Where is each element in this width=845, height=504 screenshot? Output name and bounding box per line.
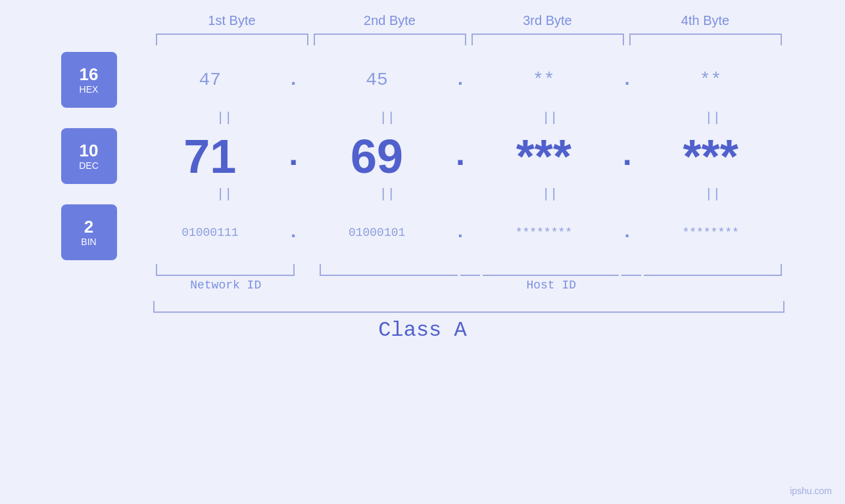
full-bracket <box>153 301 785 313</box>
hex-dot-3: . <box>617 70 637 90</box>
dec-badge: 10 DEC <box>61 128 117 184</box>
bottom-brackets <box>153 264 785 276</box>
network-id-label: Network ID <box>153 279 299 292</box>
bin-dot-2: . <box>450 222 470 242</box>
dec-dot-2: . <box>450 137 470 175</box>
bin-val-4: ******** <box>637 226 785 239</box>
dec-val-2: 69 <box>303 133 450 180</box>
hex-badge: 16 HEX <box>61 52 117 108</box>
eq-2: || <box>316 108 459 128</box>
top-bracket-4 <box>629 34 782 45</box>
top-bracket-1 <box>156 34 308 45</box>
byte-header-3: 3rd Byte <box>469 13 627 28</box>
equals-row-2: || || || || <box>153 184 785 204</box>
dec-val-4: *** <box>637 133 785 180</box>
bin-val-2: 01000101 <box>303 226 450 239</box>
full-bracket-container <box>153 301 785 313</box>
bin-badge: 2 BIN <box>61 204 117 260</box>
eq-1: || <box>153 108 297 128</box>
dec-badge-num: 10 <box>80 142 99 159</box>
hex-val-2: 45 <box>303 70 450 90</box>
host-bracket-left <box>320 264 458 276</box>
class-label: Class A <box>61 318 785 342</box>
bin-badge-num: 2 <box>84 218 93 235</box>
hex-val-3: ** <box>470 70 617 90</box>
eq2-1: || <box>153 184 297 204</box>
byte-header-4: 4th Byte <box>627 13 785 28</box>
hex-val-1: 47 <box>137 70 284 90</box>
bin-val-3: ******** <box>470 226 617 239</box>
hex-val-4: ** <box>637 70 785 90</box>
bin-badge-label: BIN <box>81 237 96 247</box>
byte-header-1: 1st Byte <box>153 13 311 28</box>
host-bracket-dot2 <box>621 264 641 276</box>
dec-values: 71 . 69 . *** . *** <box>137 133 785 180</box>
bin-row: 2 BIN 01000111 . 01000101 . ******** . *… <box>61 204 785 260</box>
hex-dot-2: . <box>450 70 470 90</box>
hex-dot-1: . <box>283 70 303 90</box>
top-bracket-3 <box>471 34 624 45</box>
top-bracket-row <box>153 34 785 45</box>
eq-4: || <box>641 108 785 128</box>
eq2-2: || <box>316 184 459 204</box>
dec-dot-3: . <box>617 137 637 175</box>
bin-val-1: 01000111 <box>137 226 284 239</box>
label-spacer-1 <box>299 279 318 292</box>
hex-badge-num: 16 <box>80 66 99 83</box>
eq-3: || <box>479 108 622 128</box>
id-labels-row: Network ID Host ID <box>153 279 785 292</box>
host-bracket-dot1 <box>460 264 480 276</box>
host-bracket-mid <box>483 264 619 276</box>
equals-row-1: || || || || <box>153 108 785 128</box>
dec-row: 10 DEC 71 . 69 . *** . *** <box>61 128 785 184</box>
byte-header-2: 2nd Byte <box>311 13 469 28</box>
eq2-3: || <box>479 184 622 204</box>
eq2-4: || <box>641 184 785 204</box>
dec-dot-1: . <box>283 137 303 175</box>
bin-dot-3: . <box>617 222 637 242</box>
hex-row: 16 HEX 47 . 45 . ** . ** <box>61 52 785 108</box>
top-bracket-2 <box>314 34 466 45</box>
dec-badge-label: DEC <box>79 160 99 171</box>
hex-values: 47 . 45 . ** . ** <box>137 70 785 90</box>
dec-val-3: *** <box>470 133 617 180</box>
bracket-spacer-1 <box>297 264 317 276</box>
host-bracket-right <box>644 264 782 276</box>
host-id-label: Host ID <box>318 279 785 292</box>
bin-values: 01000111 . 01000101 . ******** . *******… <box>137 222 785 242</box>
dec-val-1: 71 <box>137 133 284 180</box>
hex-badge-label: HEX <box>80 84 99 95</box>
byte-headers: 1st Byte 2nd Byte 3rd Byte 4th Byte <box>153 13 785 28</box>
bin-dot-1: . <box>283 222 303 242</box>
watermark: ipshu.com <box>790 486 832 496</box>
network-bracket <box>156 264 295 276</box>
